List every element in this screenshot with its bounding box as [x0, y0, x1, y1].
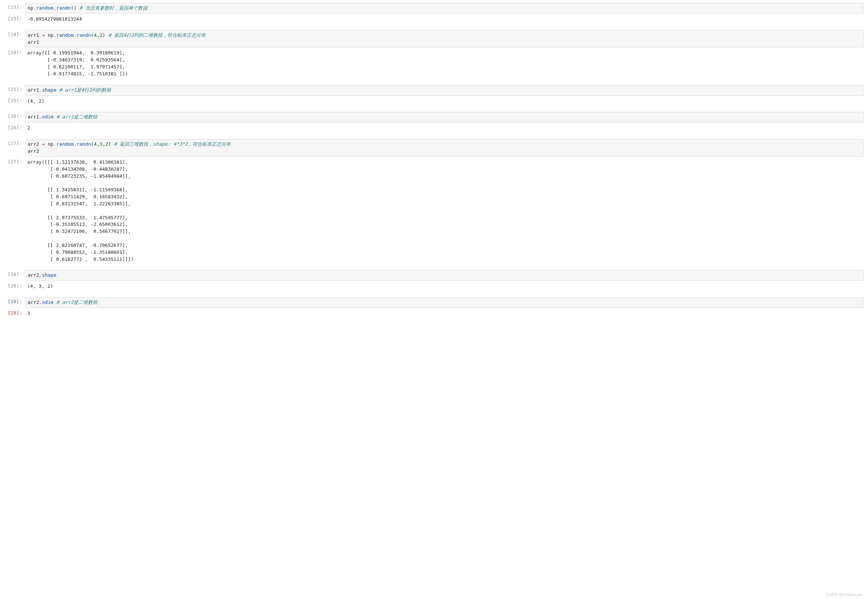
cell-gap: [3, 25, 863, 30]
code-token: .: [39, 300, 42, 305]
code-token: # arr1是二维数组: [56, 114, 98, 120]
code-token: randn: [77, 32, 91, 38]
out-prompt: [29]:: [3, 309, 25, 316]
in-prompt: [25]:: [3, 85, 25, 92]
code-token: [77, 5, 80, 11]
code-token: randn: [77, 141, 91, 147]
code-token: ,: [97, 32, 100, 38]
code-token: randn: [56, 5, 71, 11]
output-text: 3: [25, 309, 863, 319]
output-cell: [29]:3: [3, 309, 863, 319]
code-token: .: [74, 141, 77, 147]
code-token: shape: [42, 272, 56, 278]
cell-gap: [3, 292, 863, 297]
input-cell: [24]:arr1 = np.random.randn(4,2) # 返回4行2…: [3, 30, 863, 48]
code-token: .: [39, 272, 42, 278]
code-token: ndim: [42, 114, 53, 120]
code-token: arr1: [28, 87, 39, 93]
out-prompt: [24]:: [3, 48, 25, 55]
code-token: [39, 141, 42, 147]
cell-gap: [3, 265, 863, 270]
cell-gap: [3, 319, 863, 325]
code-token: (): [71, 5, 77, 11]
in-prompt: [23]:: [3, 3, 25, 10]
output-text: array([[ 0.19951944, 0.39180619], [-0.34…: [25, 48, 863, 79]
out-prompt: [26]:: [3, 123, 25, 130]
in-prompt: [28]:: [3, 270, 25, 277]
code-token: ): [108, 141, 111, 147]
code-input[interactable]: arr1.ndim # arr1是二维数组: [25, 112, 863, 122]
code-input[interactable]: np.random.randn() # 当没有参数时，返回单个数据: [25, 3, 863, 14]
code-token: arr2: [28, 272, 39, 278]
input-cell: [28]:arr2.shape: [3, 270, 863, 281]
code-token: 3: [100, 141, 103, 147]
code-token: random: [36, 5, 53, 11]
code-token: arr1: [28, 114, 39, 120]
code-token: shape: [42, 87, 56, 93]
code-token: arr1: [28, 39, 39, 45]
cell-gap: [3, 134, 863, 139]
code-input[interactable]: arr1 = np.random.randn(4,2) # 返回4行2列的二维数…: [25, 30, 863, 48]
out-prompt: [25]:: [3, 96, 25, 103]
code-token: =: [42, 141, 45, 147]
code-token: random: [56, 32, 74, 38]
cell-gap: [3, 80, 863, 85]
in-prompt: [29]:: [3, 297, 25, 304]
code-token: 4: [94, 32, 97, 38]
in-prompt: [24]:: [3, 30, 25, 37]
notebook-container: [23]:np.random.randn() # 当没有参数时，返回单个数据[2…: [3, 3, 863, 325]
output-text: (4, 3, 2): [25, 281, 863, 291]
in-prompt: [27]:: [3, 139, 25, 146]
code-token: # 当没有参数时，返回单个数据: [80, 5, 147, 11]
code-token: # arr1是4行2列的数组: [59, 87, 111, 93]
input-cell: [26]:arr1.ndim # arr1是二维数组: [3, 112, 863, 122]
code-token: .: [39, 114, 42, 120]
code-token: ndim: [42, 300, 53, 305]
code-input[interactable]: arr2 = np.random.randn(4,3,2) # 返回三维数组，s…: [25, 139, 863, 157]
code-token: np: [28, 5, 33, 11]
code-token: [105, 32, 108, 38]
code-token: np: [45, 32, 53, 38]
input-cell: [23]:np.random.randn() # 当没有参数时，返回单个数据: [3, 3, 863, 14]
input-cell: [25]:arr1.shape # arr1是4行2列的数组: [3, 85, 863, 96]
output-text: 2: [25, 123, 863, 133]
code-token: (: [91, 32, 94, 38]
input-cell: [29]:arr2.ndim # arr2是二维数组: [3, 297, 863, 308]
output-cell: [25]:(4, 2): [3, 96, 863, 106]
code-token: arr2: [28, 148, 39, 154]
code-token: 2: [100, 32, 103, 38]
output-text: array([[[-1.52137638, 0.41306381], [-0.0…: [25, 158, 863, 265]
code-token: ,: [97, 141, 100, 147]
input-cell: [27]:arr2 = np.random.randn(4,3,2) # 返回三…: [3, 139, 863, 157]
code-input[interactable]: arr2.shape: [25, 270, 863, 281]
code-token: .: [74, 32, 77, 38]
output-cell: [23]:-0.6954279861013244: [3, 14, 863, 24]
code-token: arr2: [28, 141, 39, 147]
code-token: # 返回4行2列的二维数组，符合标准正态分布: [108, 32, 206, 38]
out-prompt: [28]:: [3, 281, 25, 289]
output-cell: [28]:(4, 3, 2): [3, 281, 863, 291]
code-token: 4: [94, 141, 97, 147]
code-input[interactable]: arr1.shape # arr1是4行2列的数组: [25, 85, 863, 96]
out-prompt: [23]:: [3, 14, 25, 21]
output-text: (4, 2): [25, 96, 863, 106]
code-token: # arr2是二维数组: [56, 300, 98, 305]
code-token: arr1: [28, 32, 39, 38]
code-token: [56, 87, 59, 93]
out-prompt: [27]:: [3, 158, 25, 164]
code-token: # 返回三维数组，shape: 4*3*2，符合标准正态分布: [114, 141, 231, 147]
output-cell: [24]:array([[ 0.19951944, 0.39180619], […: [3, 48, 863, 79]
code-token: np: [45, 141, 53, 147]
code-token: random: [56, 141, 74, 147]
code-token: [39, 32, 42, 38]
output-text: -0.6954279861013244: [25, 14, 863, 24]
code-token: arr2: [28, 300, 39, 305]
cell-gap: [3, 107, 863, 112]
code-token: =: [42, 32, 45, 38]
output-cell: [27]:array([[[-1.52137638, 0.41306381], …: [3, 158, 863, 265]
code-token: (: [91, 141, 94, 147]
output-cell: [26]:2: [3, 123, 863, 133]
in-prompt: [26]:: [3, 112, 25, 119]
code-token: .: [39, 87, 42, 93]
code-input[interactable]: arr2.ndim # arr2是二维数组: [25, 297, 863, 308]
